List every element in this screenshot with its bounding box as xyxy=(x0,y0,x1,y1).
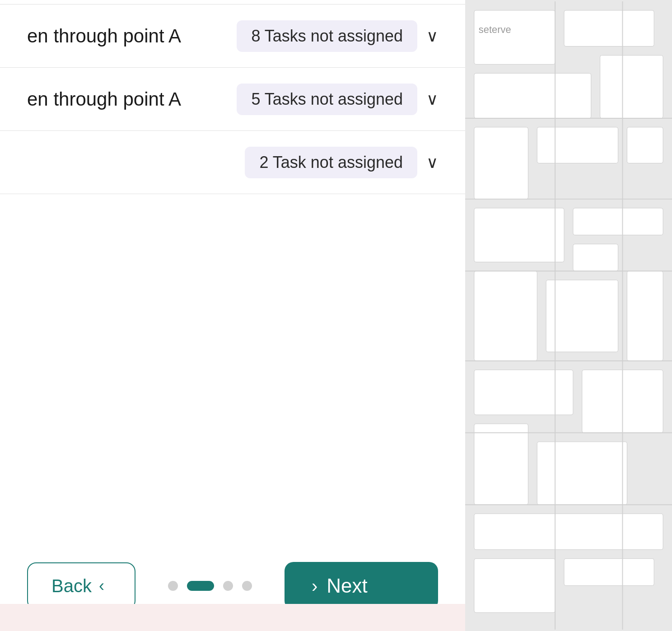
svg-rect-12 xyxy=(546,280,618,352)
svg-rect-1 xyxy=(474,10,555,64)
svg-rect-10 xyxy=(573,244,618,271)
chevron-down-icon-1: ∨ xyxy=(426,27,438,46)
svg-rect-20 xyxy=(564,559,654,586)
svg-rect-13 xyxy=(627,271,663,361)
pagination-dots xyxy=(168,581,252,591)
svg-rect-14 xyxy=(474,370,573,415)
chevron-down-icon-2: ∨ xyxy=(426,90,438,109)
chevron-down-icon-3: ∨ xyxy=(426,153,438,172)
pagination-dot-2[interactable] xyxy=(187,581,214,591)
svg-rect-2 xyxy=(564,10,654,46)
right-panel: seterve xyxy=(465,0,672,631)
next-button[interactable]: › Next xyxy=(285,562,438,610)
svg-rect-18 xyxy=(474,514,663,550)
pagination-dot-4[interactable] xyxy=(242,581,252,591)
svg-rect-11 xyxy=(474,271,537,361)
svg-rect-7 xyxy=(627,127,663,163)
svg-rect-9 xyxy=(573,208,663,235)
bottom-strip xyxy=(0,604,465,631)
svg-rect-4 xyxy=(600,56,663,118)
svg-rect-16 xyxy=(474,424,528,505)
task-badge-wrapper-3[interactable]: 2 Task not assigned ∨ xyxy=(245,147,438,178)
next-button-label: Next xyxy=(327,575,367,597)
task-badge-2: 5 Tasks not assigned xyxy=(237,84,417,115)
task-badge-1: 8 Tasks not assigned xyxy=(237,20,417,52)
pagination-dot-3[interactable] xyxy=(223,581,233,591)
task-row-3: 2 Task not assigned ∨ xyxy=(0,131,465,194)
svg-rect-8 xyxy=(474,208,564,262)
task-badge-3: 2 Task not assigned xyxy=(245,147,417,178)
back-button[interactable]: Back ‹ xyxy=(27,562,135,610)
map-grid: seterve xyxy=(465,0,672,631)
task-row-2: en through point A 5 Tasks not assigned … xyxy=(0,68,465,131)
task-badge-wrapper-2[interactable]: 5 Tasks not assigned ∨ xyxy=(237,84,438,115)
back-button-label: Back xyxy=(51,576,92,596)
task-row-2-label: en through point A xyxy=(27,88,237,110)
svg-rect-19 xyxy=(474,559,555,612)
svg-rect-6 xyxy=(537,127,618,163)
map-background: seterve xyxy=(465,0,672,631)
task-rows-container: en through point A 8 Tasks not assigned … xyxy=(0,5,465,541)
task-row-1: en through point A 8 Tasks not assigned … xyxy=(0,5,465,68)
svg-text:seterve: seterve xyxy=(479,24,511,35)
left-panel: en through point A 8 Tasks not assigned … xyxy=(0,0,465,631)
top-section xyxy=(0,0,465,5)
task-row-1-label: en through point A xyxy=(27,25,237,47)
next-arrow-icon: › xyxy=(312,576,317,596)
svg-rect-17 xyxy=(537,442,627,505)
svg-rect-3 xyxy=(474,73,591,118)
pagination-dot-1[interactable] xyxy=(168,581,178,591)
task-badge-wrapper-1[interactable]: 8 Tasks not assigned ∨ xyxy=(237,20,438,52)
main-layout: en through point A 8 Tasks not assigned … xyxy=(0,0,672,631)
back-chevron-icon: ‹ xyxy=(99,576,104,595)
svg-rect-5 xyxy=(474,127,528,199)
